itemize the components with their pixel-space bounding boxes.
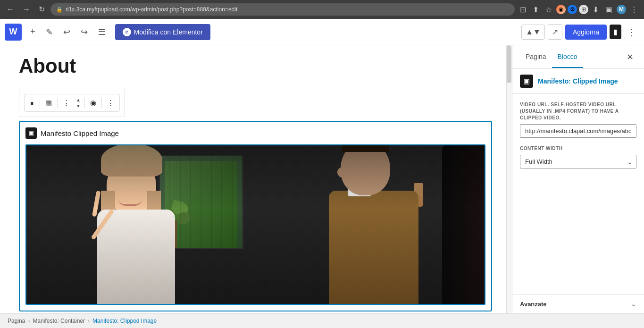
breadcrumb-bar: Pagina › Manifesto: Container › Manifest… <box>0 313 644 328</box>
profile-icon[interactable]: M <box>617 5 626 14</box>
browser-chrome: ← → ↻ 🔒 d1x.3ca.myftpupload.com/wp-admin… <box>0 0 644 19</box>
video-url-input[interactable] <box>520 124 636 138</box>
video-url-label: VIDEO URL. SELF-HOSTED VIDEO URL (USUALL… <box>520 101 636 121</box>
add-block-button[interactable]: + <box>26 24 39 40</box>
download-icon[interactable]: ⬇ <box>590 3 601 16</box>
admin-right-buttons: ▲▼ ↗ Aggiorna ▮ ⋮ <box>521 24 639 40</box>
toolbar-more-btn[interactable]: ⋮ <box>104 96 117 109</box>
sidebar-header: Pagina Blocco ✕ <box>512 45 644 69</box>
update-button[interactable]: Aggiorna <box>565 25 607 40</box>
avanzate-section-header[interactable]: Avanzate ⌄ <box>512 294 644 313</box>
edit-elementor-button[interactable]: e Modifica con Elementor <box>115 24 210 40</box>
toolbar-circle-btn[interactable]: ◉ <box>87 96 100 109</box>
more-options-button[interactable]: ⋮ <box>624 25 639 40</box>
reload-button[interactable]: ↻ <box>36 4 48 15</box>
block-header: ▣ Manifesto Clipped Image <box>25 127 485 139</box>
sidebar-body: VIDEO URL. SELF-HOSTED VIDEO URL (USUALL… <box>512 94 644 294</box>
tab-blocco[interactable]: Blocco <box>552 46 583 68</box>
photo-scene <box>26 145 485 304</box>
redo-button[interactable]: ↪ <box>77 24 92 40</box>
main-area: About ∎ ▦ ⋮ ▲ ▼ ◉ ⋮ <box>0 45 644 313</box>
forward-button[interactable]: → <box>20 4 33 15</box>
sidebar-block-info: ▣ Manifesto: Clipped Image <box>512 69 644 94</box>
video-url-field-group: VIDEO URL. SELF-HOSTED VIDEO URL (USUALL… <box>520 101 636 138</box>
external-link-button[interactable]: ↗ <box>548 24 562 40</box>
breadcrumb-sep-2: › <box>88 318 90 324</box>
ext-icon-3[interactable]: ⊞ <box>579 5 588 14</box>
right-sidebar: Pagina Blocco ✕ ▣ Manifesto: Clipped Ima… <box>512 45 644 313</box>
toolbar-sep-4 <box>101 98 102 108</box>
breadcrumb-current: Manifesto: Clipped Image <box>92 318 157 324</box>
browser-menu-icon[interactable]: ⋮ <box>628 3 640 16</box>
browser-actions: ⊡ ⬆ ☆ ◉ ⚙ ⊞ ⬇ ▣ M ⋮ <box>518 3 640 16</box>
bookmark-icon[interactable]: ☆ <box>543 3 554 16</box>
block-icon: ▣ <box>25 127 37 139</box>
block-toolbar: ∎ ▦ ⋮ ▲ ▼ ◉ ⋮ <box>24 94 120 112</box>
content-width-field-group: CONTENT WIDTH Full Width Wide Width Alig… <box>520 145 636 168</box>
breadcrumb-pagina[interactable]: Pagina <box>8 318 25 324</box>
address-bar[interactable]: 🔒 d1x.3ca.myftpupload.com/wp-admin/post.… <box>50 3 515 16</box>
content-width-label: CONTENT WIDTH <box>520 145 636 152</box>
toolbar-up-btn[interactable]: ▲ <box>74 97 83 103</box>
undo-button[interactable]: ↩ <box>59 24 74 40</box>
person-woman <box>64 158 215 304</box>
sidebar-block-icon: ▣ <box>520 75 533 88</box>
wp-admin-bar: W + ✎ ↩ ↪ ☰ e Modifica con Elementor ▲▼ … <box>0 19 644 45</box>
block-container[interactable]: ▣ Manifesto Clipped Image <box>19 121 492 311</box>
toolbar-layout-btn[interactable]: ▦ <box>42 96 55 109</box>
sidebar-close-button[interactable]: ✕ <box>624 50 636 64</box>
sidebar-block-name: Manifesto: Clipped Image <box>538 77 618 85</box>
elementor-icon: e <box>123 28 131 36</box>
back-button[interactable]: ← <box>4 4 17 15</box>
avanzate-label: Avanzate <box>520 301 547 308</box>
block-image <box>25 144 485 305</box>
canvas-scroll-thumb[interactable] <box>507 45 511 83</box>
toolbar-sep-3 <box>84 98 85 108</box>
block-title: Manifesto Clipped Image <box>41 129 119 137</box>
desktop-view-button[interactable]: ▲▼ <box>521 25 545 40</box>
toolbar-table-btn[interactable]: ∎ <box>26 96 38 109</box>
toolbar-drag-btn[interactable]: ⋮ <box>59 96 73 109</box>
share-icon[interactable]: ⬆ <box>530 3 541 16</box>
block-list-button[interactable]: ☰ <box>94 24 109 40</box>
block-toolbar-wrap: ∎ ▦ ⋮ ▲ ▼ ◉ ⋮ <box>19 89 125 117</box>
canvas-scroll-track[interactable] <box>506 45 512 313</box>
breadcrumb-container[interactable]: Manifesto: Container <box>33 318 85 324</box>
avanzate-chevron-icon: ⌄ <box>631 300 636 308</box>
breadcrumb-sep-1: › <box>28 318 30 324</box>
wp-logo[interactable]: W <box>5 24 22 41</box>
url-text: d1x.3ca.myftpupload.com/wp-admin/post.ph… <box>66 6 237 13</box>
sidebar-toggle-button[interactable]: ▮ <box>610 25 621 39</box>
person-silhouette <box>442 145 485 304</box>
content-width-select[interactable]: Full Width Wide Width Aligned <box>520 155 636 168</box>
tools-button[interactable]: ✎ <box>42 24 57 40</box>
toolbar-down-btn[interactable]: ▼ <box>74 103 83 109</box>
page-title: About <box>19 55 492 77</box>
toolbar-sep-1 <box>40 98 40 108</box>
screen-share-icon[interactable]: ⊡ <box>518 3 528 16</box>
toolbar-arrows: ▲ ▼ <box>74 97 83 109</box>
content-width-select-wrap: Full Width Wide Width Aligned ⌄ <box>520 155 636 168</box>
canvas-content: About ∎ ▦ ⋮ ▲ ▼ ◉ ⋮ <box>0 45 506 313</box>
ext-icon-2[interactable]: ⚙ <box>568 5 577 14</box>
ext-icon-1[interactable]: ◉ <box>556 5 566 14</box>
tab-pagina[interactable]: Pagina <box>520 46 552 68</box>
editor-canvas[interactable]: About ∎ ▦ ⋮ ▲ ▼ ◉ ⋮ <box>0 45 512 313</box>
person-man <box>315 145 447 304</box>
elementor-btn-label: Modifica con Elementor <box>134 28 203 36</box>
split-view-icon[interactable]: ▣ <box>603 3 615 16</box>
lock-icon: 🔒 <box>56 7 63 13</box>
toolbar-sep-2 <box>57 98 58 108</box>
